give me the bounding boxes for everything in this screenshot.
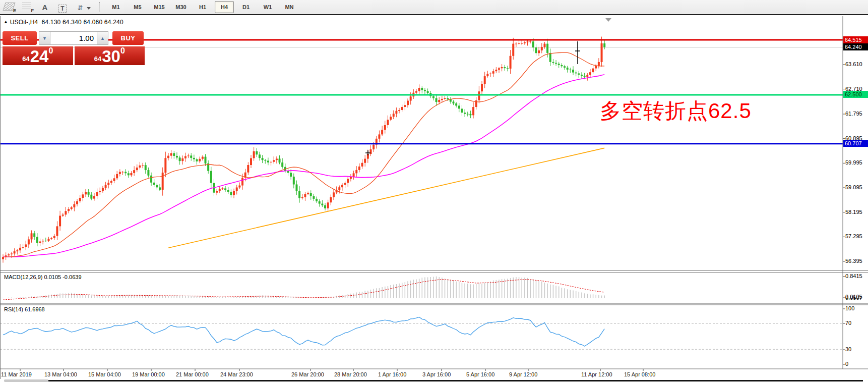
price-badge: 60.707 (843, 140, 868, 147)
price-tick: 57.295 (845, 233, 862, 239)
sell-price-display[interactable]: 64 24 0 (3, 46, 73, 65)
price-tick: 59.995 (845, 159, 862, 166)
sell-price-prefix: 64 (22, 54, 29, 64)
collapse-arrow-icon[interactable]: ▲ (4, 19, 8, 24)
price-tick: 56.395 (845, 258, 862, 264)
symbol-ohlc: 64.130 64.340 64.060 64.240 (42, 19, 123, 26)
volume-decrease-button[interactable]: ▼ (39, 31, 50, 45)
time-tick: 15 Apr 08:00 (624, 371, 655, 377)
time-tick: 24 Mar 23:00 (220, 371, 253, 377)
scrollbar-thumb[interactable] (4, 379, 48, 382)
symbol-header: ▲ USOil-,H4 64.130 64.340 64.060 64.240 (4, 19, 123, 26)
rsi-label: RSI(14) 61.6968 (4, 306, 45, 312)
rsi-tick: 30 (845, 346, 851, 352)
volume-input[interactable] (50, 32, 97, 44)
price-tick: 59.095 (845, 184, 862, 190)
chart-shift-marker-icon[interactable] (605, 18, 611, 22)
buy-price-point: 0 (120, 47, 125, 55)
rsi-tick: 0 (845, 361, 848, 367)
time-tick: 9 Apr 12:00 (509, 371, 537, 377)
price-tick: 63.610 (845, 61, 862, 67)
time-tick: 26 Mar 20:00 (291, 371, 324, 377)
buy-price-pips: 30 (102, 49, 120, 64)
mt4-window: E F A T ⇵ M1M5M15M30H1H4D1W1MN ▲ USOil-,… (0, 0, 868, 383)
buy-button[interactable]: BUY (112, 31, 144, 45)
macd-tick: 0.8415 (845, 273, 862, 279)
chart-annotation-text: 多空转折点62.5 (600, 97, 752, 125)
price-tick: 58.195 (845, 209, 862, 215)
rsi-tick: 100 (845, 305, 854, 311)
time-tick: 1 Apr 16:00 (378, 371, 406, 377)
volume-field-wrap (50, 31, 97, 45)
time-tick: 11 Mar 2019 (1, 371, 32, 377)
time-tick: 13 Mar 04:00 (44, 371, 77, 377)
volume-increase-button[interactable]: ▲ (97, 31, 108, 45)
rsi-tick: 70 (845, 320, 851, 326)
sell-price-pips: 24 (30, 49, 49, 64)
sell-button[interactable]: SELL (3, 31, 37, 45)
time-tick: 3 Apr 16:00 (422, 371, 451, 377)
macd-current-value: 0.0105 (845, 294, 862, 300)
scrollbar-track[interactable] (48, 380, 863, 381)
sell-price-point: 0 (48, 47, 53, 55)
time-tick: 28 Mar 20:00 (334, 371, 367, 377)
macd-label: MACD(12,26,9) 0.0105 -0.0639 (4, 274, 82, 280)
buy-price-display[interactable]: 64 30 0 (75, 46, 145, 65)
buy-price-prefix: 64 (94, 54, 101, 64)
price-badge: 62.500 (843, 91, 868, 98)
time-tick: 5 Apr 16:00 (466, 371, 494, 377)
time-tick: 11 Apr 12:00 (581, 371, 612, 377)
price-badge: 64.515 (843, 36, 868, 43)
symbol-name: USOil-,H4 (10, 19, 38, 26)
price-tick: 61.795 (845, 111, 862, 117)
one-click-trading-panel: SELL ▼ ▲ BUY 64 24 0 64 30 0 (3, 31, 145, 65)
time-tick: 21 Mar 00:00 (176, 371, 209, 377)
time-tick: 15 Mar 04:00 (88, 371, 121, 377)
price-badge: 64.240 (843, 43, 868, 50)
time-tick: 19 Mar 00:00 (132, 371, 165, 377)
